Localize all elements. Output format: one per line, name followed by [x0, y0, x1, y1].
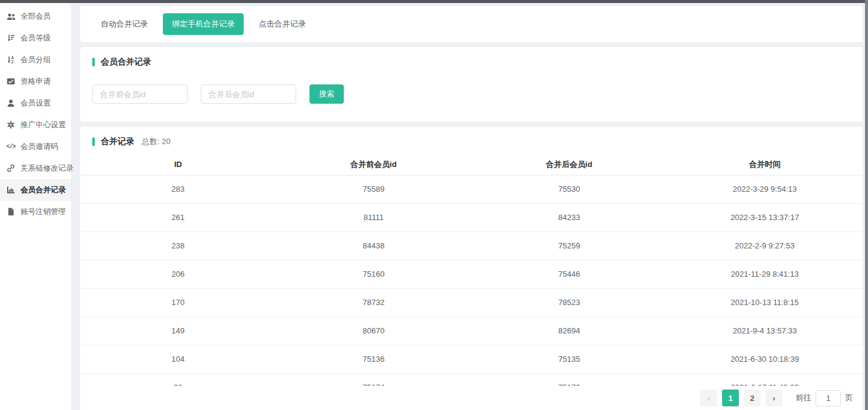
pagination-page-2-button[interactable]: 2 — [744, 390, 761, 406]
sidebar-item-label: 会员分组 — [21, 55, 51, 65]
column-header-id: ID — [80, 154, 276, 175]
sidebar-item-label: 关系链修改记录 — [21, 163, 74, 174]
table-cell: 82694 — [472, 317, 667, 345]
table-cell: 78523 — [472, 288, 667, 317]
table-cell: 2022-2-9 9:27:53 — [667, 232, 863, 260]
table-cell: 206 — [80, 260, 276, 288]
merge-records-table: ID 合并前会员id 合并后会员id 合并时间 2837558975530202… — [80, 154, 863, 402]
tab-auto-merge-records[interactable]: 自动合并记录 — [92, 13, 157, 35]
search-section-title-text: 会员合并记录 — [101, 57, 151, 68]
code-icon: </> — [6, 144, 16, 150]
sidebar-item-label: 会员设置 — [21, 98, 51, 109]
sidebar-item-member-settings[interactable]: 会员设置 — [0, 92, 71, 114]
table-row: 10475136751352021-6-30 10:18:39 — [80, 345, 863, 373]
table-cell: 84438 — [276, 232, 471, 260]
table-cell: 238 — [80, 232, 276, 260]
table-cell: 80670 — [276, 317, 471, 345]
merge-table-body: 28375589755302022-3-29 9:54:132618111184… — [80, 175, 863, 402]
table-header-row: ID 合并前会员id 合并后会员id 合并时间 — [80, 154, 863, 175]
merge-records-panel: 合并记录 总数: 20 ID 合并前会员id 合并后会员id 合并时间 2837… — [80, 127, 863, 410]
table-cell: 261 — [80, 203, 276, 232]
page-suffix-label: 页 — [845, 393, 853, 403]
users-icon — [6, 13, 16, 20]
app-layout: 全部会员 会员等级 AZ 会员分组 资格申请 会员设置 — [0, 3, 865, 410]
column-header-after-id: 合并后会员id — [472, 154, 667, 175]
pagination-bar: ‹ 1 2 › 前往 页 — [80, 386, 863, 410]
table-cell: 75135 — [472, 345, 667, 373]
pagination-page-1-button[interactable]: 1 — [722, 390, 739, 406]
table-cell: 149 — [80, 317, 276, 345]
table-cell: 75589 — [276, 175, 471, 203]
link-icon — [6, 164, 16, 172]
table-cell: 81111 — [276, 203, 471, 232]
sidebar-item-invite-code[interactable]: </> 会员邀请码 — [0, 136, 71, 157]
svg-text:Z: Z — [11, 60, 14, 64]
check-square-icon — [6, 77, 16, 86]
records-section-title-text: 合并记录 — [101, 136, 135, 147]
sidebar-item-member-group[interactable]: AZ 会员分组 — [0, 49, 71, 71]
table-cell: 78732 — [276, 288, 471, 317]
goto-page-label: 前往 — [796, 393, 811, 403]
section-accent-bar — [92, 137, 95, 146]
search-panel: 会员合并记录 搜索 — [80, 47, 863, 122]
table-cell: 2021-6-30 10:18:39 — [667, 345, 863, 373]
column-header-before-id: 合并前会员id — [276, 154, 471, 175]
main-content: 自动合并记录 绑定手机合并记录 点击合并记录 会员合并记录 搜索 合并记录 总数… — [72, 3, 865, 410]
sidebar-item-label: 会员合并记录 — [21, 185, 66, 195]
sidebar-item-label: 会员等级 — [21, 33, 51, 43]
table-cell: 75136 — [276, 345, 471, 373]
table-row: 17078732785232021-10-13 11:8:15 — [80, 288, 863, 317]
table-row: 23884438752592022-2-9 9:27:53 — [80, 232, 863, 260]
table-cell: 104 — [80, 345, 276, 373]
user-icon — [6, 99, 16, 107]
table-cell: 75530 — [472, 175, 667, 203]
search-row: 搜索 — [92, 84, 851, 104]
table-cell: 2021-9-4 13:57:33 — [667, 317, 863, 345]
gear-icon — [6, 121, 16, 129]
chevron-right-icon: › — [773, 394, 775, 403]
table-cell: 2021-10-13 11:8:15 — [667, 288, 863, 317]
search-section-title: 会员合并记录 — [92, 57, 851, 68]
table-cell: 2022-3-29 9:54:13 — [667, 175, 863, 203]
column-header-merge-time: 合并时间 — [667, 154, 863, 175]
sidebar-item-label: 资格申请 — [21, 77, 51, 87]
sidebar-item-relation-chain-log[interactable]: 关系链修改记录 — [0, 157, 71, 179]
table-cell: 170 — [80, 288, 276, 317]
search-button[interactable]: 搜索 — [309, 84, 344, 104]
table-cell: 2022-3-15 13:37:17 — [667, 203, 863, 232]
table-cell: 283 — [80, 175, 276, 203]
after-member-id-input[interactable] — [201, 84, 296, 104]
table-row: 20675160754462021-11-29 8:41:13 — [80, 260, 863, 288]
records-total-count: 总数: 20 — [142, 136, 171, 147]
table-cell: 84233 — [472, 203, 667, 232]
before-member-id-input[interactable] — [92, 84, 188, 104]
sidebar-item-member-level[interactable]: 会员等级 — [0, 27, 71, 49]
file-icon — [6, 207, 16, 216]
sidebar: 全部会员 会员等级 AZ 会员分组 资格申请 会员设置 — [0, 3, 72, 410]
section-accent-bar — [92, 58, 95, 66]
sidebar-item-label: 全部会员 — [21, 11, 51, 22]
sort-amount-icon — [6, 34, 16, 42]
pagination-next-button[interactable]: › — [765, 390, 782, 406]
window-top-edge — [0, 0, 868, 3]
sidebar-item-account-cancellation[interactable]: 账号注销管理 — [0, 201, 71, 222]
table-row: 14980670826942021-9-4 13:57:33 — [80, 317, 863, 345]
sidebar-item-merge-records[interactable]: 会员合并记录 — [0, 179, 71, 201]
sidebar-item-label: 账号注销管理 — [21, 207, 66, 217]
goto-page-input[interactable] — [816, 390, 841, 406]
table-cell: 75160 — [276, 260, 471, 288]
window-scrollbar[interactable] — [865, 0, 868, 410]
sidebar-item-qualification-apply[interactable]: 资格申请 — [0, 71, 71, 92]
table-cell: 75259 — [472, 232, 667, 260]
pagination-prev-button[interactable]: ‹ — [700, 390, 717, 406]
records-section-title: 合并记录 总数: 20 — [80, 136, 863, 147]
sidebar-item-all-members[interactable]: 全部会员 — [0, 5, 71, 27]
bar-chart-icon — [6, 186, 16, 194]
tab-click-merge-records[interactable]: 点击合并记录 — [250, 13, 315, 35]
table-cell: 2021-11-29 8:41:13 — [667, 260, 863, 288]
sidebar-item-label: 会员邀请码 — [21, 142, 59, 152]
table-row: 26181111842332022-3-15 13:37:17 — [80, 203, 863, 232]
sidebar-item-promotion-center-settings[interactable]: 推广中心设置 — [0, 114, 71, 136]
table-row: 28375589755302022-3-29 9:54:13 — [80, 175, 863, 203]
tab-bind-phone-merge-records[interactable]: 绑定手机合并记录 — [163, 13, 244, 35]
